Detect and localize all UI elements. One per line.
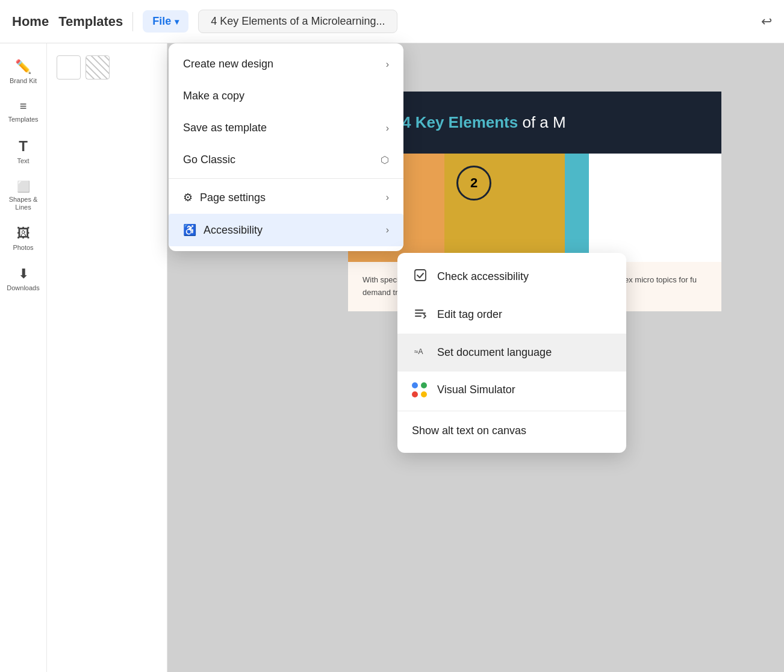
shapes-icon: ⬜ bbox=[17, 180, 30, 193]
set-doc-language-label: Set document language bbox=[437, 346, 552, 359]
page-settings-icon: ⚙ bbox=[183, 191, 193, 204]
go-classic-label: Go Classic bbox=[183, 154, 235, 166]
make-copy-label: Make a copy bbox=[183, 90, 244, 102]
canvas-header-text: 4 Key Elements of a M bbox=[402, 113, 566, 132]
swatch-pattern[interactable] bbox=[86, 55, 110, 79]
chevron-down-icon: ▾ bbox=[175, 17, 179, 26]
canvas-header: 📘 4 Key Elements of a M bbox=[348, 92, 721, 154]
file-dropdown: Create new design › Make a copy Save as … bbox=[169, 43, 403, 251]
sidebar-item-brand-kit[interactable]: ✏️ Brand Kit bbox=[3, 53, 44, 91]
menu-item-create-new[interactable]: Create new design › bbox=[169, 48, 403, 80]
sidebar-item-templates[interactable]: ≡ Templates bbox=[3, 93, 44, 129]
sidebar-item-text[interactable]: T Text bbox=[3, 132, 44, 171]
templates-nav[interactable]: Templates bbox=[58, 14, 123, 30]
accessibility-arrow: › bbox=[386, 225, 389, 235]
sidebar-item-photos[interactable]: 🖼 Photos bbox=[3, 220, 44, 258]
topbar-divider bbox=[132, 12, 133, 31]
topbar-right-actions: ↩ bbox=[761, 14, 772, 30]
home-nav[interactable]: Home bbox=[12, 14, 49, 30]
file-menu-button[interactable]: File ▾ bbox=[143, 10, 188, 33]
page-settings-arrow: › bbox=[386, 192, 389, 203]
swatch-white[interactable] bbox=[57, 55, 81, 79]
submenu-item-show-alt-text[interactable]: Show alt text on canvas bbox=[397, 414, 626, 448]
sidebar-text-label: Text bbox=[17, 157, 29, 165]
header-text-white: of a M bbox=[522, 113, 565, 131]
svg-rect-0 bbox=[415, 270, 426, 281]
number-circle-2: 2 bbox=[456, 166, 491, 201]
second-panel bbox=[47, 43, 167, 672]
page-settings-label: Page settings bbox=[200, 191, 266, 204]
photos-icon: 🖼 bbox=[17, 226, 30, 241]
dot-yellow bbox=[421, 391, 427, 397]
show-alt-text-label: Show alt text on canvas bbox=[412, 425, 526, 437]
submenu-item-visual-simulator[interactable]: Visual Simulator bbox=[397, 372, 626, 408]
document-title[interactable]: 4 Key Elements of a Microlearning... bbox=[198, 10, 397, 33]
external-link-icon: ⬡ bbox=[381, 154, 389, 166]
header-text-cyan: 4 Key Elements bbox=[402, 113, 518, 131]
menu-item-accessibility[interactable]: ♿ Accessibility › bbox=[169, 214, 403, 246]
brand-kit-icon: ✏️ bbox=[15, 59, 31, 75]
dot-red bbox=[412, 391, 418, 397]
create-new-label: Create new design bbox=[183, 58, 273, 70]
submenu-item-edit-tag-order[interactable]: Edit tag order bbox=[397, 296, 626, 334]
save-template-label: Save as template bbox=[183, 122, 267, 134]
sidebar-brand-kit-label: Brand Kit bbox=[10, 77, 37, 85]
create-new-arrow: › bbox=[386, 59, 389, 70]
menu-item-go-classic[interactable]: Go Classic ⬡ bbox=[169, 144, 403, 176]
visual-simulator-label: Visual Simulator bbox=[437, 384, 515, 396]
save-template-arrow: › bbox=[386, 123, 389, 134]
accessibility-label: Accessibility bbox=[204, 224, 263, 237]
dot-blue bbox=[412, 382, 418, 388]
text-icon: T bbox=[19, 138, 28, 155]
downloads-icon: ⬇ bbox=[18, 266, 29, 282]
edit-tag-order-label: Edit tag order bbox=[437, 308, 502, 321]
edit-tag-order-icon bbox=[412, 306, 429, 323]
left-sidebar: ✏️ Brand Kit ≡ Templates T Text ⬜ Shapes… bbox=[0, 43, 47, 672]
accessibility-icon: ♿ bbox=[183, 223, 196, 237]
sidebar-templates-label: Templates bbox=[8, 116, 38, 123]
menu-item-save-template[interactable]: Save as template › bbox=[169, 112, 403, 144]
accessibility-submenu: Check accessibility Edit tag order ≈A Se… bbox=[397, 253, 626, 453]
check-accessibility-label: Check accessibility bbox=[437, 270, 529, 283]
svg-text:≈A: ≈A bbox=[414, 347, 423, 356]
file-label: File bbox=[152, 15, 171, 28]
dropdown-divider-1 bbox=[169, 178, 403, 179]
visual-simulator-icon bbox=[412, 382, 429, 397]
templates-icon: ≡ bbox=[20, 99, 27, 113]
set-doc-language-icon: ≈A bbox=[412, 344, 429, 361]
menu-item-page-settings[interactable]: ⚙ Page settings › bbox=[169, 181, 403, 214]
topbar: Home Templates File ▾ 4 Key Elements of … bbox=[0, 0, 784, 43]
sidebar-shapes-label: Shapes & Lines bbox=[8, 196, 39, 211]
sidebar-item-shapes[interactable]: ⬜ Shapes & Lines bbox=[3, 174, 44, 217]
sidebar-photos-label: Photos bbox=[13, 244, 33, 252]
submenu-divider bbox=[397, 411, 626, 411]
sidebar-downloads-label: Downloads bbox=[7, 284, 39, 292]
sidebar-item-downloads[interactable]: ⬇ Downloads bbox=[3, 260, 44, 298]
submenu-item-set-doc-language[interactable]: ≈A Set document language bbox=[397, 334, 626, 372]
panel-swatch-row bbox=[52, 51, 162, 84]
visual-sim-dots bbox=[412, 382, 429, 397]
menu-item-make-copy[interactable]: Make a copy bbox=[169, 80, 403, 112]
submenu-item-check-accessibility[interactable]: Check accessibility bbox=[397, 258, 626, 296]
dot-green bbox=[421, 382, 427, 388]
check-accessibility-icon bbox=[412, 269, 429, 285]
undo-button[interactable]: ↩ bbox=[761, 14, 772, 30]
